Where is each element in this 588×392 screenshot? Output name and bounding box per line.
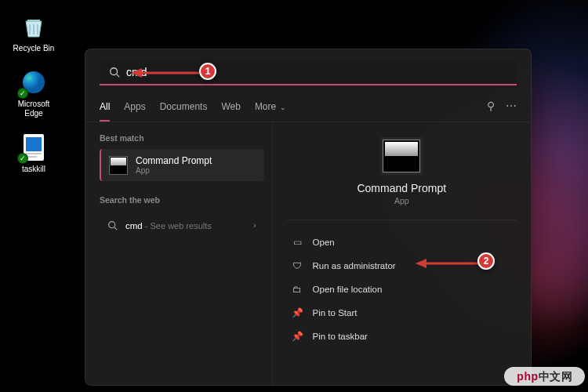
pin-icon: 📌 [292,331,303,342]
svg-rect-3 [26,153,42,154]
more-options-icon[interactable]: ⋯ [506,100,517,112]
desktop-icon-label: Microsoft Edge [18,100,50,118]
batch-file-icon: ✓ [19,132,49,162]
desktop-icon-edge[interactable]: ✓ Microsoft Edge [6,67,61,118]
preview-header: Command Prompt App [287,140,517,220]
command-prompt-icon [109,156,128,175]
search-icon [109,67,120,78]
action-label: Pin to Start [313,308,358,318]
action-label: Open [313,238,335,247]
best-match-label: Best match [100,133,264,143]
action-open[interactable]: ▭ Open [287,231,517,253]
desktop-icons: Recycle Bin ✓ Microsoft Edge ✓ taskkill [6,12,61,174]
command-prompt-icon [383,140,420,172]
actions-list: ▭ Open 🛡 Run as administrator 🗀 Open fil… [287,231,517,347]
action-open-file-location[interactable]: 🗀 Open file location [287,278,517,300]
annotation-callout-2: 2 [477,252,495,270]
annotation-arrow [131,66,201,80]
search-results-body: Best match Command Prompt App Search the… [85,122,531,385]
watermark: php中文网 [504,369,585,384]
desktop-icon-label: taskkill [22,165,45,174]
action-label: Run as administrator [313,261,396,270]
folder-icon: 🗀 [292,284,303,295]
best-match-subtitle: App [136,166,212,175]
shortcut-badge-icon: ✓ [17,88,28,99]
action-label: Open file location [313,285,383,294]
search-web-label: Search the web [100,195,264,205]
desktop-icon-label: Recycle Bin [13,44,55,53]
web-result-suffix: - See web results [143,221,212,230]
desktop-icon-taskkill[interactable]: ✓ taskkill [6,132,61,174]
shield-icon: 🛡 [292,260,303,271]
best-match-item[interactable]: Command Prompt App [100,149,264,181]
action-pin-taskbar[interactable]: 📌 Pin to taskbar [287,325,517,347]
search-tabs-row: All Apps Documents Web More ⌄ ⚲ ⋯ [85,90,531,122]
chevron-right-icon: › [253,220,256,230]
best-match-title: Command Prompt [136,155,212,166]
recycle-bin-icon [19,12,49,42]
tab-web[interactable]: Web [221,96,240,122]
tab-more[interactable]: More ⌄ [255,96,286,122]
feedback-icon[interactable]: ⚲ [487,100,495,112]
action-label: Pin to taskbar [313,332,368,341]
results-right-column: Command Prompt App ▭ Open 🛡 Run as admin… [273,122,531,385]
svg-point-7 [109,221,115,227]
start-search-panel: All Apps Documents Web More ⌄ ⚲ ⋯ Best m… [85,49,532,386]
svg-line-8 [114,227,117,229]
open-icon: ▭ [292,237,303,248]
shortcut-badge-icon: ✓ [17,153,28,164]
pin-icon: 📌 [292,307,303,318]
svg-rect-2 [26,137,42,151]
tab-apps[interactable]: Apps [124,96,145,122]
results-left-column: Best match Command Prompt App Search the… [85,122,273,385]
svg-line-6 [117,74,120,78]
tab-documents[interactable]: Documents [160,96,208,122]
tab-all[interactable]: All [100,96,110,122]
svg-marker-10 [131,68,142,78]
action-pin-start[interactable]: 📌 Pin to Start [287,302,517,324]
svg-marker-12 [416,259,426,268]
desktop-icon-recycle-bin[interactable]: Recycle Bin [6,12,61,53]
search-icon [107,220,118,230]
annotation-callout-1: 1 [199,63,216,80]
edge-icon: ✓ [19,67,49,97]
preview-title: Command Prompt [357,182,446,194]
web-result-query: cmd [125,221,143,230]
web-result-item[interactable]: cmd - See web results › [100,211,264,239]
annotation-arrow [416,256,480,270]
preview-subtitle: App [394,196,409,205]
svg-point-5 [111,68,118,75]
chevron-down-icon: ⌄ [278,103,286,111]
